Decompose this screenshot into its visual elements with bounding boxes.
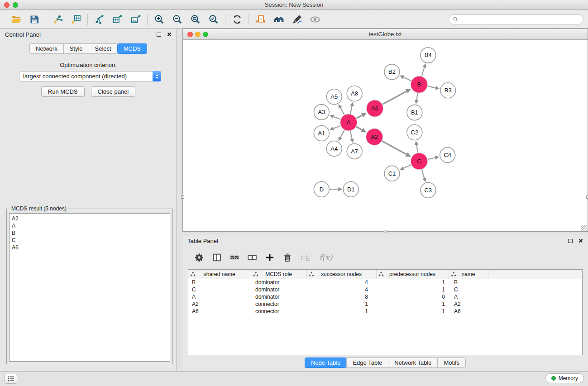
graph-node-B4[interactable]: B4 — [421, 48, 436, 63]
graph-edge-C-C1[interactable] — [403, 165, 411, 168]
network-zoom-button[interactable] — [203, 32, 208, 37]
table-cell[interactable]: connector — [251, 300, 306, 308]
float-panel-icon[interactable] — [157, 33, 161, 37]
graph-edge-B-B1[interactable] — [416, 93, 417, 100]
table-cell[interactable]: 1 — [306, 308, 376, 315]
export-network-icon[interactable] — [93, 13, 105, 25]
table-cell[interactable]: 4 — [306, 279, 376, 286]
mcds-result-item[interactable]: A6 — [12, 244, 167, 251]
graph-edge-A6-B[interactable] — [382, 91, 406, 105]
close-window-button[interactable] — [4, 2, 10, 8]
graph-node-A2[interactable]: A2 — [366, 129, 383, 145]
network-minimize-button[interactable] — [195, 32, 201, 37]
graph-edge-A-A4[interactable] — [340, 130, 344, 138]
table-row[interactable]: A6connector11A6 — [188, 308, 582, 315]
run-mcds-button[interactable]: Run MCDS — [41, 86, 85, 97]
table-cell[interactable]: dominator — [251, 279, 306, 286]
memory-button[interactable]: Memory — [545, 373, 584, 383]
graph-node-A8[interactable]: A8 — [347, 86, 362, 101]
table-cell[interactable]: 4 — [306, 286, 376, 293]
table-row[interactable]: A2connector11A2 — [188, 300, 582, 308]
graph-node-A7[interactable]: A7 — [347, 143, 362, 159]
open-file-icon[interactable] — [10, 13, 22, 25]
graph-edge-B-B3[interactable] — [428, 86, 435, 88]
resize-handle-left[interactable] — [181, 195, 184, 199]
table-cell[interactable]: A — [188, 293, 251, 300]
search-box[interactable] — [449, 14, 583, 24]
mcds-result-item[interactable]: A2 — [12, 215, 167, 222]
graph-edge-A-A7[interactable] — [350, 131, 352, 139]
mcds-result-list[interactable]: A2ABCA6 — [9, 213, 170, 362]
tab-node-table[interactable]: Node Table — [305, 357, 347, 368]
tab-network[interactable]: Network — [29, 43, 63, 54]
graph-node-A5[interactable]: A5 — [326, 89, 342, 105]
network-close-button[interactable] — [187, 32, 193, 37]
graph-edge-A-A6[interactable] — [356, 115, 362, 118]
graph-node-C[interactable]: C — [411, 153, 427, 170]
resize-grip-corner[interactable] — [581, 225, 587, 231]
graph-node-B[interactable]: B — [411, 76, 427, 93]
table-cell[interactable]: A — [449, 293, 488, 300]
graph-node-D[interactable]: D — [314, 181, 329, 197]
graph-edge-A-A2[interactable] — [356, 127, 362, 130]
table-cell[interactable]: A2 — [449, 300, 488, 308]
table-settings-icon[interactable] — [194, 253, 204, 263]
table-cell[interactable]: 1 — [376, 308, 449, 315]
resize-handle-right[interactable] — [586, 195, 588, 199]
apply-layout-icon[interactable] — [231, 13, 243, 25]
graph-edge-A-A8[interactable] — [350, 106, 352, 114]
graph-node-A4[interactable]: A4 — [326, 141, 342, 156]
show-hide-icon[interactable] — [309, 13, 321, 25]
column-header-shared-name[interactable]: shared name — [188, 270, 251, 279]
graph-edge-B-B4[interactable] — [422, 67, 425, 76]
search-input[interactable] — [461, 16, 579, 23]
task-history-button[interactable] — [5, 374, 17, 384]
export-table-icon[interactable] — [111, 13, 124, 25]
network-overview-icon[interactable] — [254, 13, 267, 25]
table-cell[interactable]: dominator — [251, 293, 306, 300]
graph-edge-A2-C[interactable] — [382, 141, 406, 155]
mcds-result-item[interactable]: B — [12, 229, 167, 237]
graph-node-A3[interactable]: A3 — [314, 105, 329, 120]
table-row[interactable]: Adominator80A — [188, 293, 582, 300]
graph-node-B2[interactable]: B2 — [384, 64, 400, 80]
deselect-all-icon[interactable] — [247, 253, 257, 263]
tab-style[interactable]: Style — [63, 43, 89, 54]
table-cell[interactable]: dominator — [251, 286, 306, 293]
table-cell[interactable]: A6 — [188, 308, 251, 315]
tab-select[interactable]: Select — [89, 43, 117, 54]
tab-edge-table[interactable]: Edge Table — [346, 357, 388, 368]
graph-edge-C-C3[interactable] — [422, 170, 425, 178]
graph-edge-C-C2[interactable] — [416, 145, 418, 152]
import-table-icon[interactable] — [70, 13, 82, 25]
graph-node-D1[interactable]: D1 — [343, 181, 359, 197]
mcds-result-item[interactable]: A — [12, 222, 167, 229]
table-cell[interactable]: 0 — [376, 293, 449, 300]
add-icon[interactable] — [264, 253, 275, 263]
import-network-icon[interactable] — [52, 13, 64, 25]
table-cell[interactable]: 1 — [306, 300, 376, 308]
graph-node-A1[interactable]: A1 — [314, 126, 329, 141]
table-row[interactable]: Cdominator41C — [188, 286, 582, 293]
column-header-name[interactable]: name — [449, 270, 488, 279]
graph-edge-A-A1[interactable] — [333, 126, 340, 129]
tab-motifs[interactable]: Motifs — [437, 357, 466, 368]
table-cell[interactable]: A6 — [449, 308, 488, 315]
table-cell[interactable]: connector — [251, 308, 306, 315]
table-cell[interactable]: B — [449, 279, 488, 286]
network-canvas[interactable]: B4B2BB3A5A8A6B1A3AC2A1A2A4A7C4CC1DD1C3 — [183, 40, 588, 231]
table-cell[interactable]: C — [449, 286, 488, 293]
graph-edge-A-A3[interactable] — [333, 117, 340, 119]
table-cell[interactable]: B — [188, 279, 251, 286]
close-panel-button[interactable]: Close panel — [91, 86, 136, 97]
close-panel-icon[interactable] — [167, 31, 172, 38]
graph-node-C1[interactable]: C1 — [384, 166, 400, 181]
save-session-icon[interactable] — [28, 13, 40, 25]
first-neighbors-icon[interactable] — [272, 13, 285, 25]
float-table-panel-icon[interactable] — [568, 239, 573, 243]
table-cell[interactable]: 1 — [376, 286, 449, 293]
export-image-icon[interactable] — [129, 13, 142, 25]
graph-edge-B-B2[interactable] — [403, 77, 411, 81]
zoom-fit-icon[interactable] — [189, 13, 201, 25]
table-cell[interactable]: 1 — [376, 279, 449, 286]
